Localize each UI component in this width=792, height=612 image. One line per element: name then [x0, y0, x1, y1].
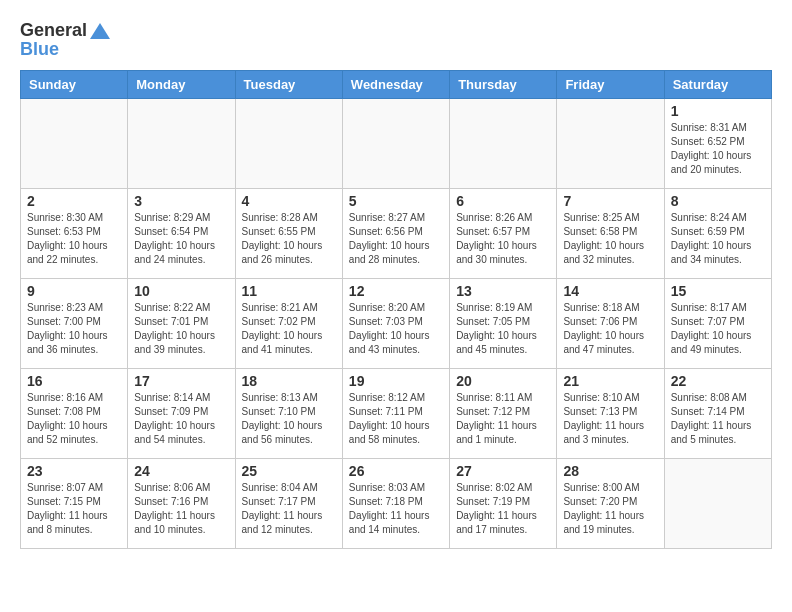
calendar-cell: 7Sunrise: 8:25 AM Sunset: 6:58 PM Daylig… [557, 189, 664, 279]
day-info: Sunrise: 8:02 AM Sunset: 7:19 PM Dayligh… [456, 481, 550, 537]
calendar-cell: 21Sunrise: 8:10 AM Sunset: 7:13 PM Dayli… [557, 369, 664, 459]
day-number: 5 [349, 193, 443, 209]
day-number: 24 [134, 463, 228, 479]
calendar-cell: 3Sunrise: 8:29 AM Sunset: 6:54 PM Daylig… [128, 189, 235, 279]
day-info: Sunrise: 8:25 AM Sunset: 6:58 PM Dayligh… [563, 211, 657, 267]
day-number: 2 [27, 193, 121, 209]
weekday-header-row: SundayMondayTuesdayWednesdayThursdayFrid… [21, 71, 772, 99]
calendar-cell: 24Sunrise: 8:06 AM Sunset: 7:16 PM Dayli… [128, 459, 235, 549]
calendar-cell: 11Sunrise: 8:21 AM Sunset: 7:02 PM Dayli… [235, 279, 342, 369]
day-number: 4 [242, 193, 336, 209]
calendar-cell: 27Sunrise: 8:02 AM Sunset: 7:19 PM Dayli… [450, 459, 557, 549]
weekday-header: Tuesday [235, 71, 342, 99]
calendar-cell: 16Sunrise: 8:16 AM Sunset: 7:08 PM Dayli… [21, 369, 128, 459]
calendar-cell: 14Sunrise: 8:18 AM Sunset: 7:06 PM Dayli… [557, 279, 664, 369]
day-info: Sunrise: 8:31 AM Sunset: 6:52 PM Dayligh… [671, 121, 765, 177]
calendar-week-row: 9Sunrise: 8:23 AM Sunset: 7:00 PM Daylig… [21, 279, 772, 369]
calendar-cell: 15Sunrise: 8:17 AM Sunset: 7:07 PM Dayli… [664, 279, 771, 369]
day-info: Sunrise: 8:18 AM Sunset: 7:06 PM Dayligh… [563, 301, 657, 357]
calendar-week-row: 16Sunrise: 8:16 AM Sunset: 7:08 PM Dayli… [21, 369, 772, 459]
calendar-cell: 13Sunrise: 8:19 AM Sunset: 7:05 PM Dayli… [450, 279, 557, 369]
logo-container: General Blue [20, 20, 111, 60]
calendar-cell: 26Sunrise: 8:03 AM Sunset: 7:18 PM Dayli… [342, 459, 449, 549]
calendar-week-row: 23Sunrise: 8:07 AM Sunset: 7:15 PM Dayli… [21, 459, 772, 549]
calendar-cell: 2Sunrise: 8:30 AM Sunset: 6:53 PM Daylig… [21, 189, 128, 279]
day-info: Sunrise: 8:30 AM Sunset: 6:53 PM Dayligh… [27, 211, 121, 267]
day-number: 22 [671, 373, 765, 389]
logo-blue: Blue [20, 39, 111, 60]
day-number: 18 [242, 373, 336, 389]
weekday-header: Wednesday [342, 71, 449, 99]
calendar-cell: 10Sunrise: 8:22 AM Sunset: 7:01 PM Dayli… [128, 279, 235, 369]
calendar-cell: 1Sunrise: 8:31 AM Sunset: 6:52 PM Daylig… [664, 99, 771, 189]
day-number: 8 [671, 193, 765, 209]
day-number: 16 [27, 373, 121, 389]
day-info: Sunrise: 8:14 AM Sunset: 7:09 PM Dayligh… [134, 391, 228, 447]
day-number: 6 [456, 193, 550, 209]
calendar-cell: 23Sunrise: 8:07 AM Sunset: 7:15 PM Dayli… [21, 459, 128, 549]
weekday-header: Sunday [21, 71, 128, 99]
day-info: Sunrise: 8:26 AM Sunset: 6:57 PM Dayligh… [456, 211, 550, 267]
day-info: Sunrise: 8:16 AM Sunset: 7:08 PM Dayligh… [27, 391, 121, 447]
day-number: 13 [456, 283, 550, 299]
day-number: 17 [134, 373, 228, 389]
day-info: Sunrise: 8:28 AM Sunset: 6:55 PM Dayligh… [242, 211, 336, 267]
calendar-cell [128, 99, 235, 189]
day-number: 12 [349, 283, 443, 299]
day-info: Sunrise: 8:29 AM Sunset: 6:54 PM Dayligh… [134, 211, 228, 267]
day-number: 20 [456, 373, 550, 389]
day-number: 1 [671, 103, 765, 119]
calendar-cell: 6Sunrise: 8:26 AM Sunset: 6:57 PM Daylig… [450, 189, 557, 279]
day-number: 14 [563, 283, 657, 299]
day-info: Sunrise: 8:12 AM Sunset: 7:11 PM Dayligh… [349, 391, 443, 447]
day-number: 11 [242, 283, 336, 299]
logo-icon [89, 22, 111, 40]
calendar-week-row: 1Sunrise: 8:31 AM Sunset: 6:52 PM Daylig… [21, 99, 772, 189]
calendar-cell: 5Sunrise: 8:27 AM Sunset: 6:56 PM Daylig… [342, 189, 449, 279]
calendar-cell [235, 99, 342, 189]
day-info: Sunrise: 8:08 AM Sunset: 7:14 PM Dayligh… [671, 391, 765, 447]
day-info: Sunrise: 8:24 AM Sunset: 6:59 PM Dayligh… [671, 211, 765, 267]
day-info: Sunrise: 8:27 AM Sunset: 6:56 PM Dayligh… [349, 211, 443, 267]
calendar-cell: 28Sunrise: 8:00 AM Sunset: 7:20 PM Dayli… [557, 459, 664, 549]
weekday-header: Friday [557, 71, 664, 99]
page-header: General Blue [20, 20, 772, 60]
day-number: 25 [242, 463, 336, 479]
calendar-week-row: 2Sunrise: 8:30 AM Sunset: 6:53 PM Daylig… [21, 189, 772, 279]
day-info: Sunrise: 8:21 AM Sunset: 7:02 PM Dayligh… [242, 301, 336, 357]
day-number: 15 [671, 283, 765, 299]
day-info: Sunrise: 8:03 AM Sunset: 7:18 PM Dayligh… [349, 481, 443, 537]
calendar-cell: 8Sunrise: 8:24 AM Sunset: 6:59 PM Daylig… [664, 189, 771, 279]
calendar-cell: 20Sunrise: 8:11 AM Sunset: 7:12 PM Dayli… [450, 369, 557, 459]
calendar-cell [664, 459, 771, 549]
svg-marker-0 [90, 23, 110, 39]
day-info: Sunrise: 8:23 AM Sunset: 7:00 PM Dayligh… [27, 301, 121, 357]
calendar-cell: 25Sunrise: 8:04 AM Sunset: 7:17 PM Dayli… [235, 459, 342, 549]
day-info: Sunrise: 8:11 AM Sunset: 7:12 PM Dayligh… [456, 391, 550, 447]
calendar-cell: 12Sunrise: 8:20 AM Sunset: 7:03 PM Dayli… [342, 279, 449, 369]
calendar-cell: 19Sunrise: 8:12 AM Sunset: 7:11 PM Dayli… [342, 369, 449, 459]
calendar-cell: 22Sunrise: 8:08 AM Sunset: 7:14 PM Dayli… [664, 369, 771, 459]
calendar-cell [21, 99, 128, 189]
logo: General Blue [20, 20, 111, 60]
day-number: 7 [563, 193, 657, 209]
day-number: 3 [134, 193, 228, 209]
day-info: Sunrise: 8:17 AM Sunset: 7:07 PM Dayligh… [671, 301, 765, 357]
calendar-cell: 4Sunrise: 8:28 AM Sunset: 6:55 PM Daylig… [235, 189, 342, 279]
weekday-header: Thursday [450, 71, 557, 99]
day-info: Sunrise: 8:20 AM Sunset: 7:03 PM Dayligh… [349, 301, 443, 357]
day-number: 10 [134, 283, 228, 299]
day-number: 27 [456, 463, 550, 479]
day-number: 28 [563, 463, 657, 479]
day-number: 21 [563, 373, 657, 389]
day-number: 19 [349, 373, 443, 389]
calendar-cell [557, 99, 664, 189]
day-info: Sunrise: 8:06 AM Sunset: 7:16 PM Dayligh… [134, 481, 228, 537]
weekday-header: Saturday [664, 71, 771, 99]
calendar-cell [342, 99, 449, 189]
logo-general: General [20, 20, 87, 41]
calendar-cell: 9Sunrise: 8:23 AM Sunset: 7:00 PM Daylig… [21, 279, 128, 369]
day-info: Sunrise: 8:10 AM Sunset: 7:13 PM Dayligh… [563, 391, 657, 447]
day-number: 23 [27, 463, 121, 479]
day-info: Sunrise: 8:04 AM Sunset: 7:17 PM Dayligh… [242, 481, 336, 537]
